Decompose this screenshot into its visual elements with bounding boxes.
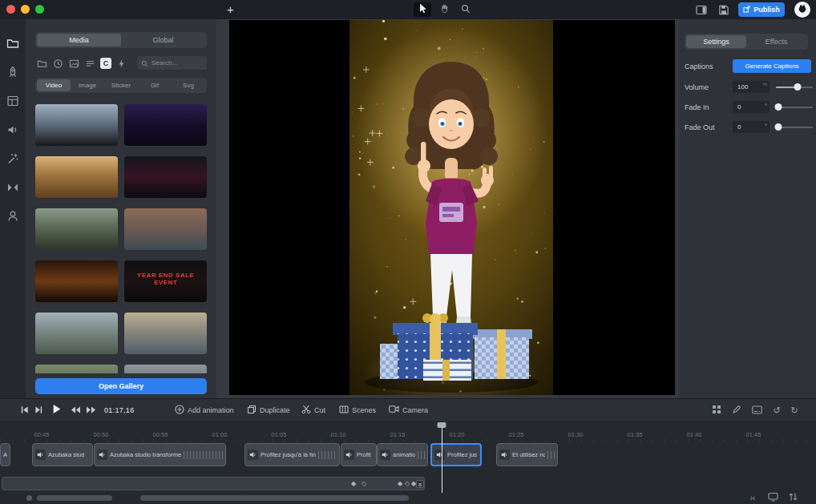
rail-item-templates[interactable] [0,88,26,117]
rail-item-transitions[interactable] [0,175,26,204]
skip-end-button[interactable] [32,405,45,416]
collapse-timeline-button[interactable]: ›‹ [745,491,760,504]
timeline-ruler[interactable]: 00:4500:5000:5501:0001:0501:1001:1501:20… [0,430,816,442]
fade-out-slider-thumb[interactable] [774,123,782,131]
audio-clip[interactable]: Profit [341,443,377,466]
cursor-tool-button[interactable] [414,2,431,17]
video-stage[interactable] [349,20,553,395]
playhead-strip[interactable] [0,421,816,430]
open-gallery-button[interactable]: Open Gallery [35,378,207,394]
keyframe-diamond[interactable]: ◆ [398,480,402,487]
list-filter-icon[interactable] [84,58,96,70]
grid-view-button[interactable] [710,404,723,417]
volume-slider[interactable] [776,81,813,93]
keyframe-diamond[interactable]: ◇ [405,480,410,487]
thumbnail-green-city-aerial[interactable] [35,365,118,373]
fade-out-input[interactable]: 0 s [733,121,770,133]
preview-character[interactable] [349,20,553,395]
fast-forward-button[interactable] [84,405,97,416]
fade-in-input[interactable]: 0 s [733,101,770,113]
play-button[interactable] [50,405,63,416]
bolt-icon[interactable] [115,58,127,70]
keyframe-diamond[interactable]: ◆ [351,480,356,487]
generate-captions-button[interactable]: Generate Captions [733,59,811,73]
tab-video[interactable]: Video [37,79,71,91]
keyframe-diamond[interactable]: ◆ [411,480,416,487]
thumbnail-coastal-cliff[interactable] [124,312,207,354]
tab-media[interactable]: Media [37,34,121,46]
volume-slider-thumb[interactable] [794,83,801,91]
save-button[interactable] [718,4,729,18]
display-mode-button[interactable] [766,491,780,504]
captions-panel-button[interactable] [750,404,763,417]
scenes-button[interactable]: Scenes [339,405,376,416]
scrollbar-thumb[interactable] [239,495,409,501]
audio-clip[interactable]: animation [377,443,428,466]
folder-filter-icon[interactable] [36,58,48,70]
audio-clip[interactable]: Profitez jusqu'à la fin [244,443,340,466]
volume-input[interactable]: 100 % [733,81,770,93]
publish-button[interactable]: Publish [738,2,785,17]
hand-tool-button[interactable] [435,2,453,17]
tab-svg[interactable]: Svg [172,79,205,91]
marker-pen-button[interactable] [730,404,743,417]
app-logo[interactable] [794,2,810,18]
fade-in-slider[interactable] [776,101,813,113]
toggle-panel-button[interactable] [696,4,707,18]
scrollbar-dot[interactable] [26,495,32,501]
thumbnail-night-market[interactable] [35,260,118,302]
tab-image[interactable]: Image [71,79,104,91]
image-filter-icon[interactable] [68,58,80,70]
thumbnail-year-end-sale-sign[interactable]: YEAR END SALE EVENT [124,260,207,302]
zoom-window-button[interactable] [35,5,44,14]
tab-sticker[interactable]: Sticker [104,79,138,91]
rail-item-audio[interactable] [0,117,26,146]
thumbnail-night-city-purple[interactable] [124,104,207,146]
thumbnail-aerial-red-roofs[interactable] [124,208,207,250]
rewind-button[interactable] [69,405,82,416]
keyframe-diamond[interactable]: ◇ [362,480,366,487]
cut-button[interactable]: Cut [301,405,325,416]
audio-clip[interactable]: Profitez jus [430,443,482,466]
keyframe-letter-badge[interactable]: a [416,480,424,488]
skip-start-button[interactable] [18,405,30,416]
close-window-button[interactable] [6,5,15,14]
captions-c-icon[interactable]: C [100,58,111,69]
thumbnail-car-dashboard-city[interactable] [35,104,118,146]
fade-in-slider-thumb[interactable] [774,103,782,111]
audio-clip[interactable]: A [0,443,10,466]
audio-clip[interactable]: Azubaka stud [32,443,93,466]
thumbnail-rocky-coast[interactable] [124,365,207,373]
rail-item-rocket[interactable] [0,59,26,88]
tab-gif[interactable]: Gif [138,79,172,91]
search-input[interactable] [151,59,201,67]
rail-item-effects[interactable] [0,146,26,175]
minimize-window-button[interactable] [21,5,30,14]
redo-button[interactable]: ↻ [788,404,801,417]
sort-tracks-button[interactable] [786,491,800,504]
keyframe-track[interactable]: a ◆◇◆◇◆ [2,477,425,490]
add-animation-button[interactable]: Add animation [175,405,234,416]
audio-clip[interactable]: Et utilisez not [496,443,558,466]
audio-clip[interactable]: Azubaka studio transforme [94,443,226,466]
rail-item-projects[interactable] [0,30,26,59]
search-tool-button[interactable] [457,2,475,17]
duplicate-button[interactable]: Duplicate [247,405,290,416]
thumbnail-christmas-lights[interactable] [124,156,207,198]
fade-out-slider[interactable] [776,121,813,133]
thumbnail-city-panorama[interactable] [35,312,118,354]
scrollbar-thumb[interactable] [37,495,112,501]
camera-button[interactable]: Camera [389,405,428,415]
thumbnail-golden-statue[interactable] [35,156,118,198]
scrollbar-thumb[interactable] [140,495,248,501]
thumbnail-waterfall-cliff[interactable] [35,208,118,250]
add-scene-button[interactable]: + [224,2,237,16]
media-search[interactable] [137,56,207,70]
undo-button[interactable]: ↺ [770,404,783,417]
video-preview[interactable] [229,20,675,395]
tab-global[interactable]: Global [121,34,205,46]
tab-effects[interactable]: Effects [746,35,806,48]
rail-item-characters[interactable] [0,204,26,232]
tab-settings[interactable]: Settings [686,35,746,48]
recent-clock-icon[interactable] [52,58,64,70]
